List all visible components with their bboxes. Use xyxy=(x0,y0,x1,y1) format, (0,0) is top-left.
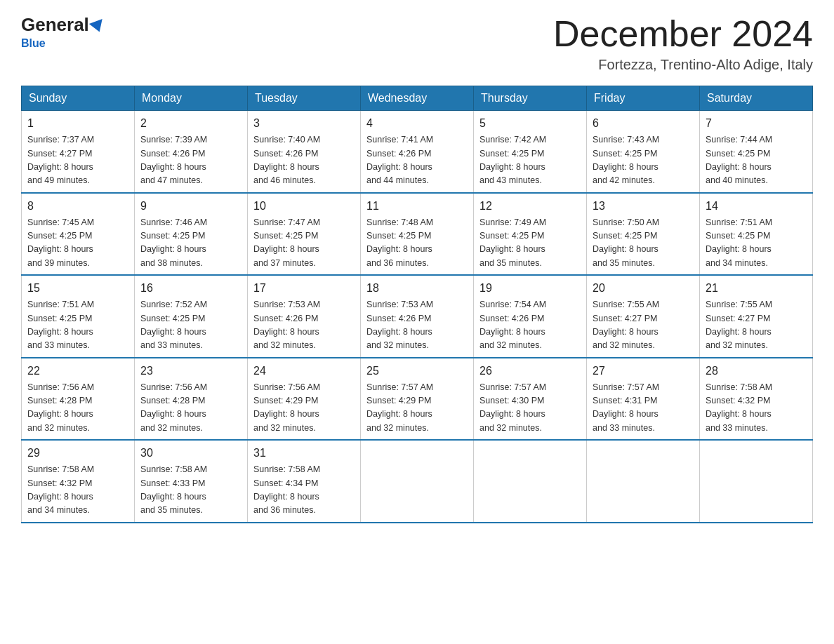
day-number: 2 xyxy=(140,115,241,132)
logo: General Blue xyxy=(21,14,105,50)
calendar-cell: 16 Sunrise: 7:52 AM Sunset: 4:25 PM Dayl… xyxy=(135,275,248,358)
day-info: Sunrise: 7:37 AM Sunset: 4:27 PM Dayligh… xyxy=(27,133,128,188)
day-number: 7 xyxy=(706,115,807,132)
day-number: 1 xyxy=(27,115,128,132)
day-info: Sunrise: 7:57 AM Sunset: 4:30 PM Dayligh… xyxy=(479,381,581,436)
day-number: 25 xyxy=(366,363,468,380)
day-number: 10 xyxy=(253,198,355,215)
calendar-cell: 19 Sunrise: 7:54 AM Sunset: 4:26 PM Dayl… xyxy=(474,275,587,358)
weekday-header-wednesday: Wednesday xyxy=(361,86,474,111)
title-area: December 2024 Fortezza, Trentino-Alto Ad… xyxy=(553,14,813,73)
day-info: Sunrise: 7:41 AM Sunset: 4:26 PM Dayligh… xyxy=(366,133,468,188)
week-row-2: 8 Sunrise: 7:45 AM Sunset: 4:25 PM Dayli… xyxy=(22,193,813,276)
day-number: 17 xyxy=(253,280,355,297)
day-number: 30 xyxy=(140,445,241,462)
day-number: 22 xyxy=(27,363,128,380)
calendar-cell: 14 Sunrise: 7:51 AM Sunset: 4:25 PM Dayl… xyxy=(700,193,813,276)
day-number: 6 xyxy=(593,115,694,132)
day-info: Sunrise: 7:57 AM Sunset: 4:29 PM Dayligh… xyxy=(366,381,468,436)
week-row-5: 29 Sunrise: 7:58 AM Sunset: 4:32 PM Dayl… xyxy=(22,440,813,523)
calendar-cell: 28 Sunrise: 7:58 AM Sunset: 4:32 PM Dayl… xyxy=(700,358,813,441)
day-info: Sunrise: 7:49 AM Sunset: 4:25 PM Dayligh… xyxy=(479,216,581,271)
day-info: Sunrise: 7:42 AM Sunset: 4:25 PM Dayligh… xyxy=(479,133,581,188)
day-number: 26 xyxy=(479,363,581,380)
calendar-cell xyxy=(361,440,474,523)
calendar-cell: 3 Sunrise: 7:40 AM Sunset: 4:26 PM Dayli… xyxy=(248,111,361,193)
calendar-cell: 9 Sunrise: 7:46 AM Sunset: 4:25 PM Dayli… xyxy=(135,193,248,276)
calendar-cell: 26 Sunrise: 7:57 AM Sunset: 4:30 PM Dayl… xyxy=(474,358,587,441)
calendar-cell xyxy=(700,440,813,523)
weekday-header-tuesday: Tuesday xyxy=(248,86,361,111)
day-info: Sunrise: 7:44 AM Sunset: 4:25 PM Dayligh… xyxy=(706,133,807,188)
calendar-cell: 29 Sunrise: 7:58 AM Sunset: 4:32 PM Dayl… xyxy=(22,440,135,523)
page-header: General Blue December 2024 Fortezza, Tre… xyxy=(21,14,813,73)
week-row-1: 1 Sunrise: 7:37 AM Sunset: 4:27 PM Dayli… xyxy=(22,111,813,193)
calendar-cell: 11 Sunrise: 7:48 AM Sunset: 4:25 PM Dayl… xyxy=(361,193,474,276)
logo-triangle-icon xyxy=(89,19,106,34)
day-info: Sunrise: 7:53 AM Sunset: 4:26 PM Dayligh… xyxy=(366,298,468,353)
day-number: 31 xyxy=(253,445,355,462)
day-info: Sunrise: 7:58 AM Sunset: 4:32 PM Dayligh… xyxy=(27,463,128,518)
calendar-cell: 23 Sunrise: 7:56 AM Sunset: 4:28 PM Dayl… xyxy=(135,358,248,441)
calendar-cell: 30 Sunrise: 7:58 AM Sunset: 4:33 PM Dayl… xyxy=(135,440,248,523)
weekday-header-row: SundayMondayTuesdayWednesdayThursdayFrid… xyxy=(22,86,813,111)
day-number: 21 xyxy=(706,280,807,297)
calendar-cell: 15 Sunrise: 7:51 AM Sunset: 4:25 PM Dayl… xyxy=(22,275,135,358)
weekday-header-monday: Monday xyxy=(135,86,248,111)
day-info: Sunrise: 7:52 AM Sunset: 4:25 PM Dayligh… xyxy=(140,298,241,353)
calendar-cell: 12 Sunrise: 7:49 AM Sunset: 4:25 PM Dayl… xyxy=(474,193,587,276)
calendar-cell: 6 Sunrise: 7:43 AM Sunset: 4:25 PM Dayli… xyxy=(587,111,700,193)
calendar-cell: 17 Sunrise: 7:53 AM Sunset: 4:26 PM Dayl… xyxy=(248,275,361,358)
day-info: Sunrise: 7:55 AM Sunset: 4:27 PM Dayligh… xyxy=(706,298,807,353)
day-info: Sunrise: 7:50 AM Sunset: 4:25 PM Dayligh… xyxy=(593,216,694,271)
day-info: Sunrise: 7:58 AM Sunset: 4:34 PM Dayligh… xyxy=(253,463,355,518)
calendar-cell: 2 Sunrise: 7:39 AM Sunset: 4:26 PM Dayli… xyxy=(135,111,248,193)
day-number: 5 xyxy=(479,115,581,132)
calendar-cell: 24 Sunrise: 7:56 AM Sunset: 4:29 PM Dayl… xyxy=(248,358,361,441)
calendar-cell xyxy=(474,440,587,523)
day-number: 18 xyxy=(366,280,468,297)
calendar-cell xyxy=(587,440,700,523)
calendar-cell: 10 Sunrise: 7:47 AM Sunset: 4:25 PM Dayl… xyxy=(248,193,361,276)
day-info: Sunrise: 7:46 AM Sunset: 4:25 PM Dayligh… xyxy=(140,216,241,271)
day-number: 15 xyxy=(27,280,128,297)
calendar-cell: 20 Sunrise: 7:55 AM Sunset: 4:27 PM Dayl… xyxy=(587,275,700,358)
day-number: 24 xyxy=(253,363,355,380)
weekday-header-friday: Friday xyxy=(587,86,700,111)
day-info: Sunrise: 7:39 AM Sunset: 4:26 PM Dayligh… xyxy=(140,133,241,188)
day-number: 9 xyxy=(140,198,241,215)
day-info: Sunrise: 7:48 AM Sunset: 4:25 PM Dayligh… xyxy=(366,216,468,271)
weekday-header-sunday: Sunday xyxy=(22,86,135,111)
calendar-cell: 18 Sunrise: 7:53 AM Sunset: 4:26 PM Dayl… xyxy=(361,275,474,358)
day-info: Sunrise: 7:54 AM Sunset: 4:26 PM Dayligh… xyxy=(479,298,581,353)
logo-general-text: General xyxy=(21,14,89,36)
day-info: Sunrise: 7:53 AM Sunset: 4:26 PM Dayligh… xyxy=(253,298,355,353)
calendar-cell: 21 Sunrise: 7:55 AM Sunset: 4:27 PM Dayl… xyxy=(700,275,813,358)
calendar-cell: 31 Sunrise: 7:58 AM Sunset: 4:34 PM Dayl… xyxy=(248,440,361,523)
day-number: 16 xyxy=(140,280,241,297)
day-info: Sunrise: 7:51 AM Sunset: 4:25 PM Dayligh… xyxy=(706,216,807,271)
day-number: 3 xyxy=(253,115,355,132)
month-title: December 2024 xyxy=(553,14,813,54)
day-number: 27 xyxy=(593,363,694,380)
logo-blue-text: Blue xyxy=(21,37,46,49)
day-number: 28 xyxy=(706,363,807,380)
day-number: 12 xyxy=(479,198,581,215)
week-row-4: 22 Sunrise: 7:56 AM Sunset: 4:28 PM Dayl… xyxy=(22,358,813,441)
day-number: 14 xyxy=(706,198,807,215)
weekday-header-thursday: Thursday xyxy=(474,86,587,111)
day-info: Sunrise: 7:58 AM Sunset: 4:32 PM Dayligh… xyxy=(706,381,807,436)
calendar-cell: 22 Sunrise: 7:56 AM Sunset: 4:28 PM Dayl… xyxy=(22,358,135,441)
day-info: Sunrise: 7:47 AM Sunset: 4:25 PM Dayligh… xyxy=(253,216,355,271)
location-subtitle: Fortezza, Trentino-Alto Adige, Italy xyxy=(553,57,813,73)
calendar-cell: 13 Sunrise: 7:50 AM Sunset: 4:25 PM Dayl… xyxy=(587,193,700,276)
day-number: 8 xyxy=(27,198,128,215)
day-number: 23 xyxy=(140,363,241,380)
calendar-cell: 8 Sunrise: 7:45 AM Sunset: 4:25 PM Dayli… xyxy=(22,193,135,276)
day-info: Sunrise: 7:45 AM Sunset: 4:25 PM Dayligh… xyxy=(27,216,128,271)
calendar-cell: 7 Sunrise: 7:44 AM Sunset: 4:25 PM Dayli… xyxy=(700,111,813,193)
day-info: Sunrise: 7:57 AM Sunset: 4:31 PM Dayligh… xyxy=(593,381,694,436)
day-number: 19 xyxy=(479,280,581,297)
day-number: 29 xyxy=(27,445,128,462)
calendar-table: SundayMondayTuesdayWednesdayThursdayFrid… xyxy=(21,86,813,523)
